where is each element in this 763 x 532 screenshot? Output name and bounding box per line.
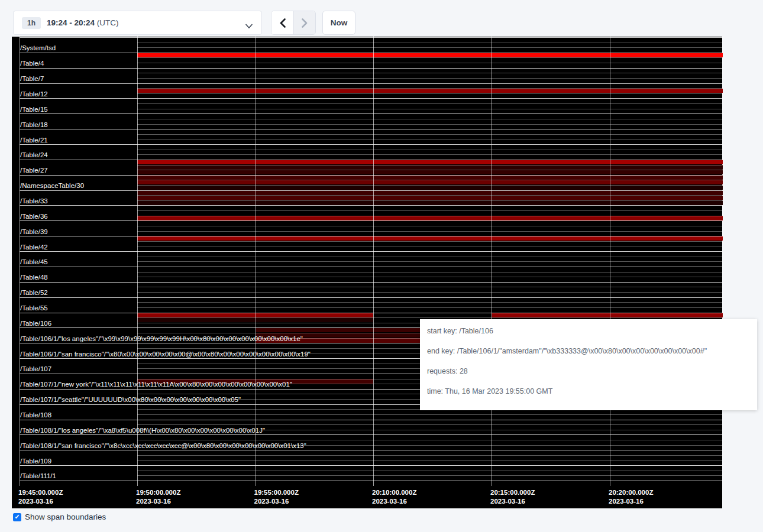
- grid-hline: [137, 216, 723, 216]
- checkmark-icon: ✓: [14, 514, 20, 520]
- heatmap-band[interactable]: [137, 200, 723, 205]
- row-label: /Table/18: [20, 121, 48, 129]
- grid-hline: [137, 124, 723, 125]
- now-button[interactable]: Now: [322, 11, 355, 35]
- heatmap-band[interactable]: [137, 165, 723, 169]
- axis-tick-date: 2023-03-16: [18, 497, 63, 506]
- row-label: /Table/55: [20, 304, 48, 312]
- grid-hline: [137, 241, 723, 242]
- grid-hline: [137, 119, 723, 119]
- grid-hline: [20, 220, 723, 221]
- row-label: /Table/108/1/"los angeles"/"\xa8\xf5\u00…: [20, 427, 265, 434]
- grid-hline: [137, 226, 723, 226]
- row-label: /System/tsd: [20, 44, 56, 52]
- grid-hline: [137, 103, 723, 104]
- row-label: /Table/24: [20, 151, 48, 159]
- show-span-boundaries-label: Show span boundaries: [25, 512, 106, 521]
- axis-tick-date: 2023-03-16: [490, 497, 535, 506]
- prev-time-button[interactable]: [271, 11, 293, 34]
- grid-hline: [20, 465, 723, 466]
- key-visualizer-canvas[interactable]: /System/tsd/Table/4/Table/7/Table/12/Tab…: [12, 37, 722, 508]
- grid-hline: [137, 277, 723, 277]
- grid-hline: [137, 139, 723, 140]
- axis-tick: 20:20:00.000Z2023-03-16: [609, 488, 653, 506]
- grid-hline: [20, 160, 723, 160]
- grid-hline: [20, 251, 723, 252]
- time-range-dropdown[interactable]: 1h 19:24 - 20:24 (UTC): [13, 11, 262, 35]
- row-label: /Table/15: [20, 106, 48, 113]
- row-label: /Table/45: [20, 258, 48, 266]
- next-time-button[interactable]: [293, 11, 315, 34]
- heatmap-band[interactable]: [137, 89, 723, 93]
- grid-hline: [20, 236, 723, 236]
- footer: ✓ Show span boundaries: [13, 512, 106, 521]
- heatmap-band[interactable]: [137, 175, 723, 179]
- heatmap-band[interactable]: [137, 190, 723, 194]
- grid-hline: [20, 175, 723, 176]
- row-label: /Table/12: [20, 90, 48, 98]
- tooltip-end-key: end key: /Table/106/1/"amsterdam"/"\xb33…: [427, 345, 750, 357]
- heatmap-band[interactable]: [137, 186, 723, 190]
- grid-hline: [20, 481, 723, 481]
- grid-hline: [20, 113, 723, 114]
- heatmap-band[interactable]: [137, 170, 723, 174]
- grid-hline: [137, 154, 723, 155]
- axis-tick-time: 20:10:00.000Z: [372, 488, 416, 497]
- grid-hline: [20, 297, 723, 298]
- grid-hline: [20, 282, 723, 283]
- axis-tick-date: 2023-03-16: [372, 497, 416, 506]
- heatmap-band[interactable]: [492, 313, 723, 317]
- grid-hline: [20, 129, 723, 129]
- grid-hline: [137, 261, 723, 262]
- grid-hline: [20, 205, 723, 206]
- row-label: /Table/27: [20, 167, 48, 174]
- axis-tick-date: 2023-03-16: [136, 497, 180, 506]
- row-label: /Table/106/1/"los angeles"/"\x99\x99\x99…: [20, 335, 303, 343]
- grid-hline: [137, 272, 723, 273]
- axis-tick-time: 19:50:00.000Z: [136, 488, 180, 497]
- grid-hline: [20, 37, 723, 38]
- grid-hline: [137, 57, 723, 58]
- grid-hline: [137, 180, 723, 180]
- axis-tick: 20:10:00.000Z2023-03-16: [372, 488, 416, 506]
- grid-hline: [137, 185, 723, 186]
- heatmap-band[interactable]: [137, 160, 723, 164]
- row-label: /Table/106: [20, 320, 51, 327]
- row-label: /Table/106/1/"san francisco"/"\x80\x00\x…: [20, 351, 311, 358]
- row-label: /Table/107: [20, 365, 51, 373]
- chevron-down-icon: [245, 21, 253, 31]
- grid-hline: [20, 144, 723, 145]
- axis-tick-time: 19:45:00.000Z: [18, 488, 63, 497]
- grid-hline: [137, 302, 723, 303]
- grid-hline: [137, 246, 723, 246]
- row-label: /Table/108: [20, 411, 51, 419]
- grid-hline: [137, 287, 723, 287]
- row-label: /Table/108/1/"san francisco"/"\x8c\xcc\x…: [20, 442, 306, 450]
- axis-tick: 19:50:00.000Z2023-03-16: [136, 488, 180, 506]
- grid-hline: [137, 317, 723, 318]
- grid-hline: [137, 231, 723, 232]
- axis-tick: 19:45:00.000Z2023-03-16: [18, 488, 63, 506]
- tooltip-start-key: start key: /Table/106: [427, 325, 750, 337]
- row-label: /Table/7: [20, 75, 44, 83]
- grid-hline: [137, 460, 723, 461]
- grid-hline: [137, 307, 723, 308]
- toolbar: 1h 19:24 - 20:24 (UTC) Now: [0, 0, 763, 37]
- row-label: /Table/111/1: [20, 472, 56, 480]
- row-label: /Table/42: [20, 244, 48, 251]
- grid-hline: [20, 420, 723, 420]
- grid-hline: [137, 43, 723, 43]
- heatmap-band[interactable]: [137, 53, 723, 57]
- heatmap-band[interactable]: [137, 216, 723, 220]
- grid-hline: [137, 414, 723, 415]
- row-label: /NamespaceTable/30: [20, 182, 84, 190]
- axis-tick-time: 19:55:00.000Z: [254, 488, 299, 497]
- grid-hline: [137, 210, 723, 211]
- heatmap-band[interactable]: [137, 180, 723, 184]
- grid-hline: [20, 68, 723, 69]
- heatmap-band[interactable]: [137, 236, 723, 241]
- grid-hline: [20, 450, 723, 450]
- show-span-boundaries-checkbox[interactable]: ✓: [13, 513, 21, 521]
- heatmap-band[interactable]: [137, 196, 723, 200]
- row-label: /Table/107/1/"seattle"/"UUUUUUD\x00\x80\…: [20, 396, 241, 404]
